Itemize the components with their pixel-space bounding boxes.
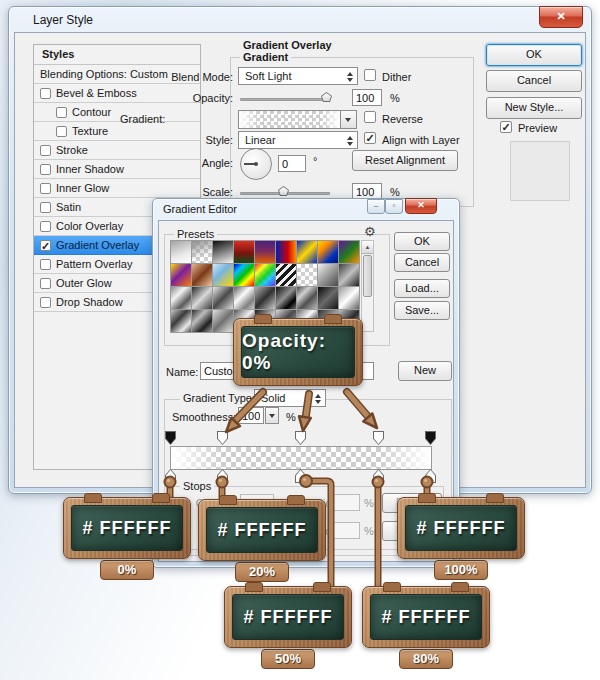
gradient-preset[interactable] bbox=[171, 264, 191, 286]
style-checkbox[interactable] bbox=[40, 278, 51, 289]
color-stop-50[interactable] bbox=[295, 469, 306, 483]
gradient-preset[interactable] bbox=[171, 241, 191, 263]
gradient-preset[interactable] bbox=[318, 287, 338, 309]
dither-checkbox[interactable] bbox=[364, 69, 376, 81]
gradient-preset[interactable] bbox=[192, 287, 212, 309]
badge-peg bbox=[324, 314, 342, 324]
color-stop-100[interactable] bbox=[425, 469, 436, 483]
angle-dial[interactable] bbox=[240, 148, 272, 180]
badge-hex-value: # FFFFFF bbox=[83, 518, 172, 539]
save-button[interactable]: Save... bbox=[394, 301, 450, 320]
gradient-preset[interactable] bbox=[318, 241, 338, 263]
opacity-slider[interactable] bbox=[240, 98, 330, 101]
opacity-stop-50[interactable] bbox=[295, 431, 306, 445]
minimize-icon[interactable]: – bbox=[367, 199, 385, 214]
style-checkbox[interactable] bbox=[40, 202, 51, 213]
style-checkbox[interactable] bbox=[40, 183, 51, 194]
style-checkbox[interactable] bbox=[56, 107, 67, 118]
opacity-input[interactable] bbox=[352, 89, 382, 106]
new-style-button[interactable]: New Style... bbox=[486, 97, 582, 119]
gradient-preset[interactable] bbox=[297, 264, 317, 286]
sidebar-item-contour[interactable]: Contour bbox=[34, 103, 200, 122]
opacity-stop-100[interactable] bbox=[425, 431, 436, 445]
color-badge-100: # FFFFFF 100% bbox=[397, 497, 525, 580]
gradient-preset[interactable] bbox=[339, 241, 359, 263]
color-stop-20[interactable] bbox=[217, 469, 228, 483]
gradient-preset[interactable] bbox=[213, 241, 233, 263]
style-select[interactable]: Linear bbox=[238, 131, 358, 149]
gradient-preset[interactable] bbox=[255, 287, 275, 309]
sidebar-item-label: Color Overlay bbox=[56, 217, 123, 235]
smoothness-input[interactable] bbox=[238, 407, 264, 424]
gradient-preset[interactable] bbox=[297, 241, 317, 263]
angle-input[interactable] bbox=[278, 155, 306, 172]
gradient-preset[interactable] bbox=[339, 287, 359, 309]
editor-cancel-button[interactable]: Cancel bbox=[394, 253, 450, 272]
gradient-preset[interactable] bbox=[255, 264, 275, 286]
reset-alignment-button[interactable]: Reset Alignment bbox=[352, 150, 458, 171]
blend-mode-select[interactable]: Soft Light bbox=[238, 67, 358, 85]
sidebar-item-label: Drop Shadow bbox=[56, 293, 123, 311]
gradient-preset[interactable] bbox=[192, 310, 212, 332]
preview-label: Preview bbox=[518, 122, 557, 134]
gradient-preset[interactable] bbox=[276, 287, 296, 309]
smoothness-dropdown-button[interactable] bbox=[265, 407, 279, 424]
opacity-stop-20[interactable] bbox=[217, 431, 228, 445]
gradient-preset[interactable] bbox=[213, 264, 233, 286]
stop-location-field-2 bbox=[330, 522, 360, 539]
gradient-preset[interactable] bbox=[213, 287, 233, 309]
preview-checkbox[interactable]: ✓ bbox=[500, 121, 512, 133]
style-checkbox[interactable] bbox=[40, 164, 51, 175]
close-icon[interactable]: ✕ bbox=[405, 198, 437, 214]
editor-ok-button[interactable]: OK bbox=[394, 232, 450, 251]
gradient-preset[interactable] bbox=[234, 241, 254, 263]
maximize-icon[interactable]: ▫ bbox=[385, 199, 403, 214]
cancel-button[interactable]: Cancel bbox=[486, 70, 582, 92]
color-stop-80[interactable] bbox=[373, 469, 384, 483]
close-icon[interactable]: ✕ bbox=[539, 6, 583, 28]
gradient-preset[interactable] bbox=[255, 241, 275, 263]
gradient-bar[interactable] bbox=[170, 446, 432, 470]
gradient-preset[interactable] bbox=[339, 264, 359, 286]
ok-button[interactable]: OK bbox=[486, 44, 582, 66]
color-stop-0[interactable] bbox=[165, 469, 176, 483]
opacity-stop-80[interactable] bbox=[373, 431, 384, 445]
new-button[interactable]: New bbox=[398, 361, 452, 381]
gradient-preset[interactable] bbox=[234, 287, 254, 309]
gradient-group-label: Gradient bbox=[240, 51, 291, 63]
reverse-checkbox[interactable] bbox=[364, 111, 376, 123]
opacity-stop-0[interactable] bbox=[165, 431, 176, 445]
style-checkbox[interactable] bbox=[56, 126, 67, 137]
align-with-layer-checkbox[interactable]: ✓ bbox=[364, 132, 376, 144]
gradient-preset[interactable] bbox=[192, 241, 212, 263]
style-checkbox[interactable]: ✓ bbox=[40, 240, 51, 251]
style-checkbox[interactable] bbox=[40, 259, 51, 270]
gradient-preset[interactable] bbox=[234, 264, 254, 286]
gradient-preset[interactable] bbox=[276, 241, 296, 263]
gradient-preset[interactable] bbox=[213, 310, 233, 332]
gradient-type-select[interactable]: Solid bbox=[254, 389, 326, 407]
badge-hex-value: # FFFFFF bbox=[218, 520, 307, 541]
load-button[interactable]: Load... bbox=[394, 279, 450, 298]
style-checkbox[interactable] bbox=[40, 145, 51, 156]
gradient-swatch[interactable] bbox=[238, 110, 342, 129]
gear-icon[interactable]: ⚙ bbox=[364, 224, 376, 239]
chevron-down-icon bbox=[269, 414, 275, 418]
angle-degree: ° bbox=[313, 155, 317, 167]
scrollbar-thumb[interactable] bbox=[363, 255, 372, 297]
gradient-dropdown-button[interactable] bbox=[340, 110, 357, 129]
badge-location-tab: 100% bbox=[434, 560, 488, 580]
gradient-preset[interactable] bbox=[171, 287, 191, 309]
gradient-preset[interactable] bbox=[318, 264, 338, 286]
gradient-preset[interactable] bbox=[276, 264, 296, 286]
style-checkbox[interactable] bbox=[40, 221, 51, 232]
style-checkbox[interactable] bbox=[40, 88, 51, 99]
style-checkbox[interactable] bbox=[40, 297, 51, 308]
gradient-preset[interactable] bbox=[192, 264, 212, 286]
layer-style-window-title: Layer Style bbox=[33, 13, 93, 27]
gradient-preset[interactable] bbox=[171, 310, 191, 332]
smoothness-label: Smoothness: bbox=[172, 411, 236, 423]
gradient-preset[interactable] bbox=[297, 287, 317, 309]
scroll-up-icon[interactable]: ▲ bbox=[362, 241, 373, 254]
angle-label: Angle: bbox=[120, 157, 233, 169]
